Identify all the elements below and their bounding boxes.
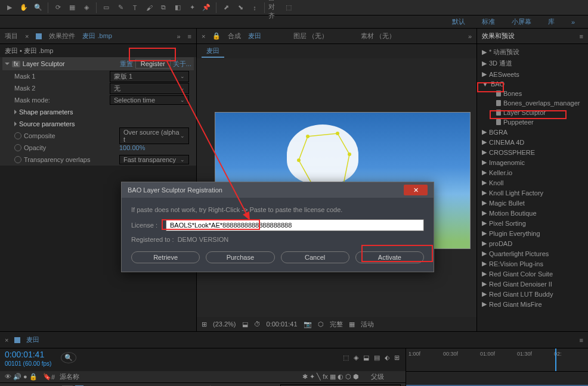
resolution-icon[interactable]: ⊞	[202, 320, 207, 328]
zoom-level[interactable]: (23.2%)	[213, 320, 236, 328]
pen-tool-icon[interactable]: ✎	[114, 2, 126, 14]
zoom-tool-icon[interactable]: 🔍	[32, 2, 44, 14]
workspace-tab-library[interactable]: 库	[540, 17, 563, 26]
timeline-tab[interactable]: 麦田	[26, 335, 39, 344]
workspace-tab-small[interactable]: 小屏幕	[503, 17, 540, 26]
preset-item[interactable]: Bones	[477, 89, 588, 98]
workspace-more-icon[interactable]: »	[563, 18, 583, 26]
tl-icon[interactable]: ⬓	[363, 354, 369, 362]
table-row[interactable]: 👁 1 麦田 .bmp ⬚ ╱ fx ▫ ▫ ▫ @ 无⌄	[0, 383, 406, 386]
hand-tool-icon[interactable]: ✋	[18, 2, 30, 14]
panel-more-icon[interactable]: »	[468, 33, 472, 40]
text-tool-icon[interactable]: T	[129, 2, 141, 14]
pan-behind-tool-icon[interactable]: ◈	[81, 2, 92, 14]
opacity-value[interactable]: 100.00%	[119, 144, 145, 151]
register-button[interactable]: Register	[135, 59, 171, 69]
tl-icon[interactable]: ▤	[374, 354, 380, 362]
effect-header[interactable]: fx Layer Sculptor 重置 Register 关于...	[2, 57, 194, 70]
mask2-dropdown[interactable]: 无⌄	[110, 83, 189, 94]
quality-label[interactable]: 完整	[330, 320, 343, 329]
retrieve-button[interactable]: Retrieve	[131, 251, 200, 263]
license-input[interactable]	[166, 219, 424, 231]
tl-icon[interactable]: ⬖	[385, 354, 389, 362]
composite-dropdown[interactable]: Over source (alpha t⌄	[119, 127, 189, 144]
local-axis-icon[interactable]: ⬈	[220, 2, 232, 14]
mask-path[interactable]	[296, 130, 355, 190]
preset-item[interactable]: ▶Knoll Light Factory	[477, 188, 588, 198]
preset-item[interactable]: ▶Pixel Sorting	[477, 218, 588, 228]
close-icon[interactable]: ×	[25, 33, 29, 40]
channel-icon[interactable]: ⬓	[242, 320, 248, 328]
preset-item[interactable]: ▶CROSSPHERE	[477, 147, 588, 157]
timeline-ruler[interactable]: 1:00f 00:30f 01:00f 01:30f 02:	[406, 348, 588, 371]
activate-button[interactable]: Activate	[355, 251, 424, 263]
panel-menu-icon[interactable]: ≡	[580, 337, 583, 344]
tl-icon[interactable]: ⬚	[343, 354, 349, 362]
close-icon[interactable]: ×	[202, 33, 205, 40]
rect-tool-icon[interactable]: ▭	[100, 2, 112, 14]
parent-dropdown[interactable]: 无⌄	[280, 384, 401, 387]
tl-icon[interactable]: ⊞	[394, 354, 400, 362]
search-icon[interactable]: 🔍	[61, 352, 76, 363]
puppet-tool-icon[interactable]: 📌	[200, 2, 212, 14]
preset-item[interactable]: ▶proDAD	[477, 238, 588, 248]
brush-tool-icon[interactable]: 🖌	[143, 2, 155, 14]
preset-item[interactable]: ▶AESweets	[477, 69, 588, 79]
preset-item[interactable]: Layer Sculptor	[477, 108, 588, 117]
preset-item[interactable]: ▶* 动画预设	[477, 46, 588, 58]
stopwatch-icon[interactable]	[14, 144, 21, 151]
close-icon[interactable]: ×	[5, 337, 8, 344]
transparency-dropdown[interactable]: Fast transparency⌄	[119, 155, 189, 164]
preset-item[interactable]: ▶Red Giant Denoiser II	[477, 279, 588, 289]
preset-item[interactable]: ▼BAO	[477, 79, 588, 89]
snap-icon[interactable]: ☐ 对齐	[268, 2, 280, 14]
reset-link[interactable]: 重置	[120, 60, 133, 69]
stopwatch-icon[interactable]	[14, 156, 21, 163]
preset-item[interactable]: ▶Plugin Everything	[477, 228, 588, 238]
3d-icon[interactable]: ⬡	[318, 320, 324, 328]
preset-item[interactable]: ▶3D 通道	[477, 58, 588, 69]
tab-project[interactable]: 项目	[5, 32, 18, 41]
preset-item[interactable]: ▶CINEMA 4D	[477, 137, 588, 147]
shape-params-label[interactable]: Shape parameters	[19, 108, 114, 116]
workspace-tab-standard[interactable]: 标准	[474, 17, 503, 26]
tab-effects-presets[interactable]: 效果和预设	[482, 32, 515, 41]
tab-file[interactable]: 麦田 .bmp	[82, 32, 112, 41]
preset-item[interactable]: ▶Knoll	[477, 178, 588, 188]
timecode[interactable]: 0:00:01:41	[0, 348, 56, 360]
view-icon[interactable]: ▦	[349, 320, 355, 328]
tl-icon[interactable]: ◈	[354, 354, 358, 362]
source-params-label[interactable]: Source parameters	[19, 120, 114, 127]
panel-menu-icon[interactable]: ≡	[188, 33, 191, 40]
preset-item[interactable]: Bones_overlaps_manager	[477, 98, 588, 108]
roto-tool-icon[interactable]: ✦	[186, 2, 198, 14]
preset-item[interactable]: ▶Red Giant MisFire	[477, 299, 588, 309]
preset-item[interactable]: ▶Imagenomic	[477, 157, 588, 167]
camera-icon[interactable]: 📷	[304, 320, 312, 328]
preset-item[interactable]: ▶BGRA	[477, 127, 588, 137]
subtab-comp[interactable]: 麦田	[202, 45, 224, 58]
clone-tool-icon[interactable]: ⧉	[157, 2, 169, 14]
preset-item[interactable]: ▶Magic Bullet	[477, 198, 588, 208]
timecode-icon[interactable]: ⏱	[254, 320, 261, 328]
tab-effect-controls[interactable]: 效果控件	[49, 32, 75, 41]
preset-item[interactable]: ▶Motion Boutique	[477, 208, 588, 218]
workspace-tab-default[interactable]: 默认	[444, 17, 474, 26]
render-label[interactable]: 活动	[361, 320, 374, 329]
comp-name[interactable]: 麦田	[248, 32, 261, 41]
preset-item[interactable]: Puppeteer	[477, 117, 588, 127]
purchase-button[interactable]: Purchase	[206, 251, 274, 263]
preset-item[interactable]: ▶Keller.io	[477, 167, 588, 178]
tab-layers[interactable]: 图层 （无）	[293, 32, 328, 41]
tab-comp[interactable]: 合成	[228, 32, 241, 41]
preset-item[interactable]: ▶RE:Vision Plug-ins	[477, 259, 588, 269]
rotation-tool-icon[interactable]: ⟳	[52, 2, 64, 14]
panel-menu-icon[interactable]: ≡	[580, 33, 583, 40]
camera-tool-icon[interactable]: ▦	[66, 2, 78, 14]
stopwatch-icon[interactable]	[14, 132, 21, 139]
playhead[interactable]	[555, 348, 556, 371]
preset-item[interactable]: ▶Quarterlight Pictures	[477, 248, 588, 259]
tab-footage[interactable]: 素材 （无）	[361, 32, 395, 41]
snap2-icon[interactable]: ⬚	[283, 2, 295, 14]
preset-item[interactable]: ▶Red Giant LUT Buddy	[477, 289, 588, 299]
